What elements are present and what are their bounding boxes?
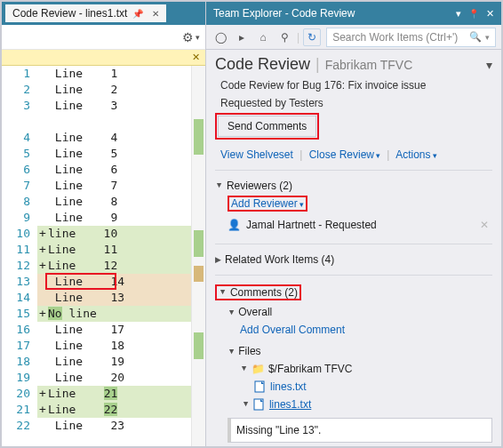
file-icon	[253, 398, 266, 411]
code-line[interactable]: Line 14	[37, 274, 191, 290]
code-line[interactable]: Line 23	[37, 418, 191, 434]
code-area[interactable]: Line 1 Line 2 Line 3 Line 4 Line 5 Line …	[37, 66, 191, 446]
home-icon[interactable]: ⌂	[254, 28, 272, 46]
code-line[interactable]: Line 3	[37, 98, 191, 114]
file-row-selected[interactable]: lines1.txt	[215, 398, 492, 411]
line-number: 1	[2, 66, 30, 82]
section-label: Related Work Items (4)	[225, 253, 334, 266]
dropdown-icon[interactable]: ▾	[456, 8, 461, 20]
code-line[interactable]: Line 8	[37, 194, 191, 210]
close-icon[interactable]: ✕	[486, 8, 494, 20]
expand-icon	[228, 308, 236, 317]
code-line[interactable]: +Line 21	[37, 386, 191, 402]
reviewer-name: Jamal Hartnett - Requested	[246, 219, 377, 231]
code-line[interactable]: +No line	[37, 306, 191, 322]
code-line[interactable]: Line 20	[37, 370, 191, 386]
line-number: 22	[2, 418, 30, 434]
menu-icon[interactable]: ▾	[486, 58, 492, 72]
panel-title: Team Explorer - Code Review	[213, 7, 355, 20]
pin-icon[interactable]: 📌	[132, 9, 143, 19]
line-number: 11	[2, 242, 30, 258]
team-explorer-panel: Team Explorer - Code Review ▾ 📍 ✕ ◯ ▸ ⌂ …	[206, 2, 501, 446]
highlight-box-add-reviewer: Add Reviewer	[228, 196, 307, 212]
overview-ruler[interactable]	[191, 66, 205, 446]
line-number: 5	[2, 146, 30, 162]
highlight-box-comments: Comments (2)	[215, 284, 301, 300]
chevron-down-icon[interactable]: ▾	[485, 33, 490, 42]
editor-toolbar: ⚙ ▾	[2, 25, 205, 50]
code-line[interactable]: Line 19	[37, 354, 191, 370]
page-title: Code Review | Fabrikam TFVC ▾	[215, 55, 492, 74]
close-review-link[interactable]: Close Review	[309, 148, 380, 161]
editor-tabstrip: Code Review - lines1.txt 📌 ✕	[2, 2, 205, 25]
line-number-gutter: 12345678910111213141516171819202122	[2, 66, 37, 446]
comment-text: Missing "Line 13".	[236, 424, 321, 436]
forward-icon[interactable]: ▸	[233, 28, 251, 46]
file-label[interactable]: lines1.txt	[269, 398, 311, 411]
code-line[interactable]: Line 17	[37, 322, 191, 338]
requested-by: Requested by Testers	[215, 97, 492, 109]
code-line[interactable]	[37, 114, 191, 130]
panel-toolbar: ◯ ▸ ⌂ ⚲ | ↻ Search Work Items (Ctrl+') 🔍…	[206, 25, 501, 50]
panel-titlebar: Team Explorer - Code Review ▾ 📍 ✕	[206, 2, 501, 25]
expand-icon	[240, 364, 248, 373]
comment-textbox[interactable]: Missing "Line 13".	[228, 418, 492, 443]
related-work-items-header[interactable]: Related Work Items (4)	[215, 253, 492, 266]
add-reviewer-link[interactable]: Add Reviewer	[231, 197, 304, 210]
info-bar: ✕	[2, 50, 205, 66]
code-line[interactable]: Line 9	[37, 210, 191, 226]
files-header[interactable]: Files	[215, 345, 492, 357]
close-icon[interactable]: ✕	[152, 9, 159, 19]
tab-code-review[interactable]: Code Review - lines1.txt 📌 ✕	[5, 4, 166, 22]
code-line[interactable]: +Line 12	[37, 258, 191, 274]
actions-link[interactable]: Actions	[395, 148, 436, 161]
line-number: 15	[2, 306, 30, 322]
pin-icon[interactable]: 📍	[468, 9, 479, 19]
collapse-icon	[215, 255, 221, 264]
remove-icon[interactable]: ✕	[480, 219, 492, 231]
code-line[interactable]: Line 5	[37, 146, 191, 162]
gear-icon[interactable]: ⚙	[182, 30, 194, 44]
line-number: 16	[2, 322, 30, 338]
file-row[interactable]: lines.txt	[215, 380, 492, 393]
heading-context: Fabrikam TFVC	[325, 58, 413, 72]
code-line[interactable]: +Line 11	[37, 242, 191, 258]
code-line[interactable]: Line 4	[37, 130, 191, 146]
file-icon	[254, 380, 267, 393]
file-label[interactable]: lines.txt	[270, 380, 307, 393]
code-line[interactable]: Line 6	[37, 162, 191, 178]
heading-text: Code Review	[215, 55, 310, 74]
code-line[interactable]: +line 10	[37, 226, 191, 242]
folder-row[interactable]: 📁 $/Fabrikam TFVC	[215, 363, 492, 375]
code-line[interactable]: +Line 22	[37, 402, 191, 418]
view-shelveset-link[interactable]: View Shelveset	[220, 148, 293, 161]
line-number: 17	[2, 338, 30, 354]
code-line[interactable]: Line 13	[37, 290, 191, 306]
code-line[interactable]: Line 18	[37, 338, 191, 354]
expand-icon	[228, 348, 236, 356]
line-number: 10	[2, 226, 30, 242]
code-line[interactable]: Line 2	[37, 82, 191, 98]
line-number: 12	[2, 258, 30, 274]
line-number: 7	[2, 178, 30, 194]
refresh-icon[interactable]: ↻	[303, 28, 321, 46]
reviewers-header[interactable]: Reviewers (2)	[215, 180, 492, 192]
comments-header[interactable]: Comments (2)	[215, 284, 492, 300]
send-comments-button[interactable]: Send Comments	[218, 116, 316, 137]
line-number: 20	[2, 386, 30, 402]
code-line[interactable]: Line 7	[37, 178, 191, 194]
back-icon[interactable]: ◯	[212, 28, 229, 46]
chevron-down-icon[interactable]: ▾	[196, 33, 200, 42]
line-number: 3	[2, 98, 30, 114]
plug-icon[interactable]: ⚲	[275, 28, 293, 46]
panel-body: Code Review | Fabrikam TFVC ▾ Code Revie…	[206, 50, 501, 446]
action-links: View Shelveset | Close Review | Actions	[215, 148, 492, 161]
overall-header[interactable]: Overall	[215, 306, 492, 318]
add-overall-comment-link[interactable]: Add Overall Comment	[240, 324, 345, 336]
line-number: 4	[2, 130, 30, 146]
close-icon[interactable]: ✕	[192, 52, 200, 63]
search-input[interactable]: Search Work Items (Ctrl+') 🔍 ▾	[326, 28, 496, 47]
highlight-box-send: Send Comments	[215, 113, 319, 140]
code-line[interactable]: Line 1	[37, 66, 191, 82]
expand-icon	[242, 400, 250, 409]
